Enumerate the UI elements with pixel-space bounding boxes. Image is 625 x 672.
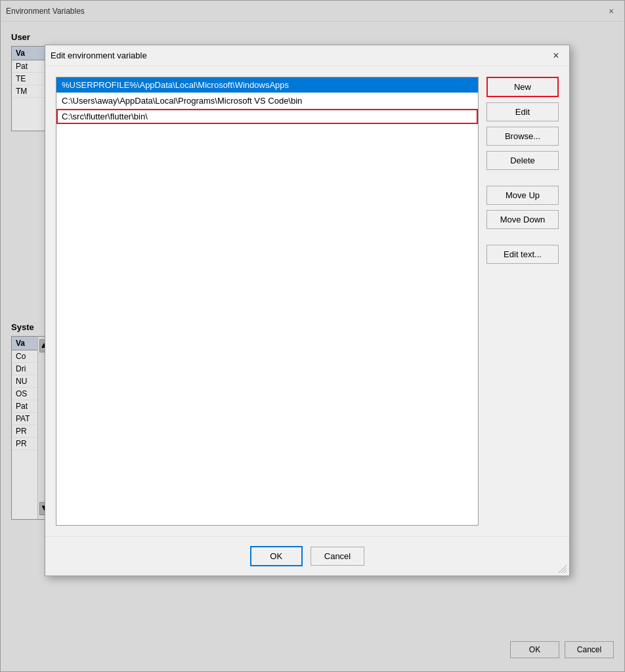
edit-button[interactable]: Edit <box>486 102 559 121</box>
move-down-button[interactable]: Move Down <box>486 210 559 229</box>
edit-dialog-body: %USERPROFILE%\AppData\Local\Microsoft\Wi… <box>45 66 569 536</box>
edit-dialog-close-button[interactable]: × <box>548 48 564 64</box>
move-up-button[interactable]: Move Up <box>486 186 559 205</box>
path-item-0[interactable]: %USERPROFILE%\AppData\Local\Microsoft\Wi… <box>56 77 478 93</box>
edit-dialog-footer: OK Cancel <box>45 536 569 576</box>
edit-dialog-title: Edit environment variable <box>51 51 147 60</box>
path-list[interactable]: %USERPROFILE%\AppData\Local\Microsoft\Wi… <box>56 77 479 526</box>
dialog-ok-button[interactable]: OK <box>250 546 303 566</box>
edit-env-dialog: Edit environment variable × %USERPROFILE… <box>45 45 570 576</box>
svg-line-1 <box>561 568 567 573</box>
delete-button[interactable]: Delete <box>486 151 559 170</box>
new-button[interactable]: New <box>486 77 559 97</box>
resize-grip[interactable] <box>559 565 567 573</box>
browse-button[interactable]: Browse... <box>486 127 559 146</box>
dialog-cancel-button[interactable]: Cancel <box>311 547 364 566</box>
button-spacer <box>486 175 559 180</box>
edit-dialog-titlebar: Edit environment variable × <box>45 45 569 66</box>
path-item-1[interactable]: C:\Users\away\AppData\Local\Programs\Mic… <box>56 93 478 109</box>
svg-line-2 <box>564 570 567 573</box>
path-item-2[interactable]: C:\src\flutter\flutter\bin\ <box>56 109 478 124</box>
button-spacer-2 <box>486 234 559 240</box>
buttons-panel: New Edit Browse... Delete Move Up Move D… <box>486 77 559 526</box>
edit-text-button[interactable]: Edit text... <box>486 245 559 264</box>
